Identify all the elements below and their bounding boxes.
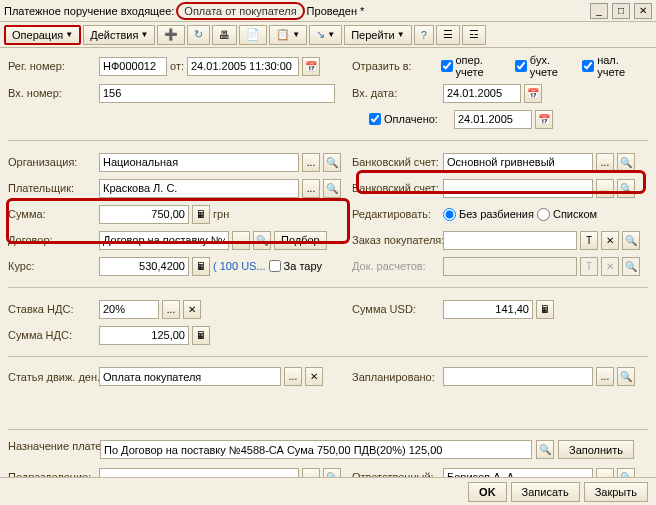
buh-acc-check[interactable]: бух. учете xyxy=(515,54,579,78)
sum-input[interactable] xyxy=(99,205,189,224)
in-date-input[interactable] xyxy=(443,84,521,103)
in-no-label: Вх. номер: xyxy=(8,87,96,99)
purpose-label: Назначение платежа: xyxy=(8,440,96,452)
contract-search-icon[interactable]: 🔍 xyxy=(253,231,271,250)
goto-dropdown[interactable]: Перейти▼ xyxy=(344,25,412,45)
article-input[interactable] xyxy=(99,367,281,386)
org-label: Организация: xyxy=(8,156,96,168)
payer-input[interactable] xyxy=(99,179,299,198)
close-form-button[interactable]: Закрыть xyxy=(584,482,648,502)
purpose-input[interactable] xyxy=(100,440,532,459)
vat-rate-label: Ставка НДС: xyxy=(8,303,96,315)
tb-print-icon[interactable]: 🖶 xyxy=(212,25,237,45)
planned-label: Запланировано: xyxy=(352,371,440,383)
titlebar: Платежное поручение входящее: Оплата от … xyxy=(0,0,656,22)
sum-label: Сумма: xyxy=(8,208,96,220)
reg-no-label: Рег. номер: xyxy=(8,60,96,72)
doc-clear-button: ✕ xyxy=(601,257,619,276)
minimize-button[interactable]: _ xyxy=(590,3,608,19)
contract-label: Договор: xyxy=(8,234,96,246)
planned-search-icon[interactable]: 🔍 xyxy=(617,367,635,386)
maximize-button[interactable]: □ xyxy=(612,3,630,19)
tb-help-icon[interactable]: ? xyxy=(414,25,434,45)
order-clear-button[interactable]: ✕ xyxy=(601,231,619,250)
contract-input[interactable] xyxy=(99,231,229,250)
vat-sum-label: Сумма НДС: xyxy=(8,329,96,341)
title-part2: Проведен * xyxy=(307,5,365,17)
ot-label: от: xyxy=(170,60,184,72)
bank2-search-icon[interactable]: 🔍 xyxy=(617,179,635,198)
article-select-button[interactable] xyxy=(284,367,302,386)
order-search-icon[interactable]: 🔍 xyxy=(622,231,640,250)
bank2-label: Банковский счет: xyxy=(352,182,440,194)
fill-button[interactable]: Заполнить xyxy=(558,440,634,459)
actions-dropdown[interactable]: Действия▼ xyxy=(83,25,155,45)
form-body: Рег. номер: от: 📅 Отразить в: опер. учет… xyxy=(0,48,656,505)
tb-icon-1[interactable]: ➕ xyxy=(157,25,185,45)
paid-date-input[interactable] xyxy=(454,110,532,129)
vat-select-button[interactable] xyxy=(162,300,180,319)
order-t-button[interactable]: T xyxy=(580,231,598,250)
vat-sum-input[interactable] xyxy=(99,326,189,345)
purpose-search-icon[interactable]: 🔍 xyxy=(536,440,554,459)
save-button[interactable]: Записать xyxy=(511,482,580,502)
toolbar: Операция▼ Действия▼ ➕ ↻ 🖶 📄 📋▼ ↘▼ Перейт… xyxy=(0,22,656,48)
podbor-button[interactable]: Подбор xyxy=(274,231,327,250)
doc-calc-label: Док. расчетов: xyxy=(352,260,440,272)
doc-search-icon: 🔍 xyxy=(622,257,640,276)
calc-icon-3[interactable]: 🖩 xyxy=(536,300,554,319)
tb-doc2-icon[interactable]: 📋▼ xyxy=(269,25,307,45)
calendar-icon[interactable]: 📅 xyxy=(302,57,320,76)
tb-list1-icon[interactable]: ☰ xyxy=(436,25,460,45)
calendar-icon-3[interactable]: 📅 xyxy=(535,110,553,129)
calendar-icon-2[interactable]: 📅 xyxy=(524,84,542,103)
vat-clear-button[interactable]: ✕ xyxy=(183,300,201,319)
bank1-input[interactable] xyxy=(443,153,593,172)
calc-icon-2[interactable]: 🖩 xyxy=(192,257,210,276)
payer-search-icon[interactable]: 🔍 xyxy=(323,179,341,198)
doc-t-button: T xyxy=(580,257,598,276)
tb-refresh-icon[interactable]: ↻ xyxy=(187,25,210,45)
doc-calc-input xyxy=(443,257,577,276)
tb-arrow-icon[interactable]: ↘▼ xyxy=(309,25,342,45)
bank1-search-icon[interactable]: 🔍 xyxy=(617,153,635,172)
bank1-label: Банковский счет: xyxy=(352,156,440,168)
bank2-input[interactable] xyxy=(443,179,593,198)
close-button[interactable]: ✕ xyxy=(634,3,652,19)
bank1-select-button[interactable] xyxy=(596,153,614,172)
sum-usd-input[interactable] xyxy=(443,300,533,319)
title-highlight: Оплата от покупателя xyxy=(176,2,304,20)
org-input[interactable] xyxy=(99,153,299,172)
in-date-label: Вх. дата: xyxy=(352,87,440,99)
article-label: Статья движ. ден. средств: xyxy=(8,371,96,383)
contract-select-button[interactable] xyxy=(232,231,250,250)
no-split-radio[interactable]: Без разбиения xyxy=(443,208,534,221)
order-input[interactable] xyxy=(443,231,577,250)
oper-acc-check[interactable]: опер. учете xyxy=(441,54,512,78)
reg-no-input[interactable] xyxy=(99,57,167,76)
operation-dropdown[interactable]: Операция▼ xyxy=(4,25,81,45)
tb-list2-icon[interactable]: ☲ xyxy=(462,25,486,45)
za-taru-check[interactable]: За тару xyxy=(269,260,322,272)
currency-label: грн xyxy=(213,208,229,220)
vat-rate-input[interactable] xyxy=(99,300,159,319)
org-select-button[interactable] xyxy=(302,153,320,172)
calc-icon-4[interactable]: 🖩 xyxy=(192,326,210,345)
rate-label: Курс: xyxy=(8,260,96,272)
bank2-select-button[interactable] xyxy=(596,179,614,198)
rate-input[interactable] xyxy=(99,257,189,276)
bottom-bar: OK Записать Закрыть xyxy=(0,477,656,505)
in-no-input[interactable] xyxy=(99,84,335,103)
nal-acc-check[interactable]: нал. учете xyxy=(582,54,648,78)
ok-button[interactable]: OK xyxy=(468,482,507,502)
list-radio[interactable]: Списком xyxy=(537,208,597,221)
calc-icon[interactable]: 🖩 xyxy=(192,205,210,224)
article-clear-button[interactable]: ✕ xyxy=(305,367,323,386)
paid-check[interactable]: Оплачено: xyxy=(369,113,438,125)
tb-doc1-icon[interactable]: 📄 xyxy=(239,25,267,45)
planned-select-button[interactable] xyxy=(596,367,614,386)
reg-date-input[interactable] xyxy=(187,57,299,76)
planned-input[interactable] xyxy=(443,367,593,386)
org-search-icon[interactable]: 🔍 xyxy=(323,153,341,172)
payer-select-button[interactable] xyxy=(302,179,320,198)
